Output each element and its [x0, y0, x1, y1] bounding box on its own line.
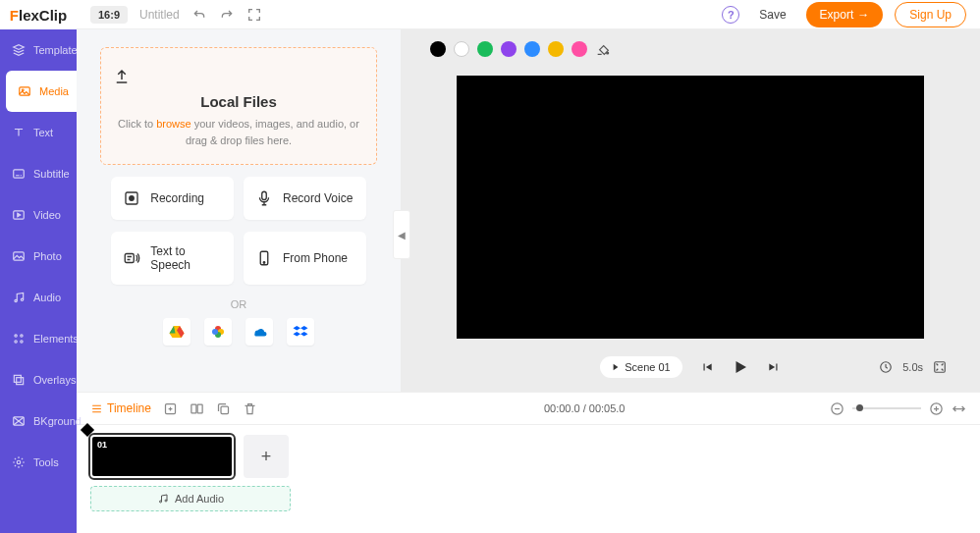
delete-icon[interactable] — [243, 401, 257, 416]
player-controls: Scene 01 5.0s — [430, 348, 951, 386]
or-label: OR — [231, 298, 247, 310]
bg-icon — [12, 414, 26, 428]
dropzone-hint: Click to browse your videos, images, and… — [113, 116, 364, 148]
media-panel: Local Files Click to browse your videos,… — [77, 29, 401, 392]
svg-point-35 — [165, 500, 167, 502]
sidebar-item-overlays[interactable]: Overlays — [0, 359, 77, 400]
next-scene-icon[interactable] — [767, 360, 781, 374]
record-icon — [123, 189, 140, 207]
svg-rect-18 — [126, 254, 135, 263]
timeline-tracks: 01 + Add Audio — [77, 425, 980, 533]
video-canvas[interactable] — [457, 76, 924, 339]
record-voice-tile[interactable]: Record Voice — [244, 177, 366, 220]
onedrive-icon[interactable] — [245, 318, 273, 346]
undo-icon[interactable] — [191, 7, 207, 23]
color-swatches — [430, 37, 951, 65]
music-note-icon — [157, 493, 169, 505]
expand-icon[interactable] — [933, 360, 947, 374]
sidebar-item-media[interactable]: Media — [6, 71, 77, 112]
color-swatch-black[interactable] — [430, 41, 446, 57]
add-scene-button[interactable]: + — [244, 435, 289, 478]
svg-point-6 — [21, 298, 23, 300]
svg-rect-4 — [14, 252, 25, 260]
image-icon — [18, 84, 31, 98]
dropbox-icon[interactable] — [287, 318, 314, 346]
timeline-tab[interactable]: Timeline — [90, 401, 151, 415]
paint-bucket-icon[interactable] — [595, 41, 611, 57]
color-swatch-blue[interactable] — [524, 41, 540, 57]
zoom-out-icon[interactable] — [830, 401, 844, 416]
project-title[interactable]: Untitled — [139, 8, 180, 22]
gdrive-icon[interactable] — [163, 318, 191, 346]
sidebar-item-tools[interactable]: Tools — [0, 442, 77, 483]
sidebar-item-video[interactable]: Video — [0, 194, 77, 236]
subtitle-icon — [12, 167, 26, 181]
color-swatch-green[interactable] — [477, 41, 493, 57]
tools-icon — [12, 455, 26, 469]
add-audio-button[interactable]: Add Audio — [90, 486, 291, 511]
redo-icon[interactable] — [219, 7, 235, 23]
from-phone-tile[interactable]: From Phone — [244, 232, 366, 285]
copy-icon[interactable] — [216, 401, 231, 416]
audio-icon — [12, 291, 26, 304]
svg-point-16 — [130, 196, 135, 201]
zoom-slider[interactable] — [852, 407, 921, 409]
video-icon — [12, 208, 26, 222]
recording-tile[interactable]: Recording — [111, 177, 234, 220]
duration-label: 5.0s — [902, 361, 923, 373]
svg-point-34 — [159, 501, 161, 503]
prev-scene-icon[interactable] — [700, 360, 714, 374]
svg-rect-11 — [14, 375, 21, 382]
svg-point-5 — [15, 299, 17, 301]
sidebar-item-audio[interactable]: Audio — [0, 277, 77, 318]
svg-point-8 — [21, 335, 23, 337]
sidebar-item-elements[interactable]: Elements — [0, 318, 77, 359]
clock-icon — [879, 360, 893, 374]
scene-button[interactable]: Scene 01 — [600, 356, 681, 378]
overlays-icon — [12, 373, 26, 387]
text-to-speech-tile[interactable]: Text to Speech — [111, 232, 234, 285]
svg-point-25 — [607, 52, 609, 54]
add-scene-icon[interactable] — [163, 401, 178, 416]
signup-button[interactable]: Sign Up — [895, 2, 966, 27]
sidebar-item-photo[interactable]: Photo — [0, 236, 77, 277]
color-swatch-yellow[interactable] — [548, 41, 564, 57]
sidebar-item-bkground[interactable]: BKground — [0, 400, 77, 442]
help-icon[interactable]: ? — [722, 6, 739, 24]
svg-point-20 — [263, 262, 265, 264]
fit-icon[interactable] — [952, 401, 966, 416]
color-swatch-purple[interactable] — [501, 41, 517, 57]
upload-icon — [113, 68, 364, 85]
svg-rect-29 — [191, 404, 196, 413]
timeline-toolbar: Timeline 00:00.0 / 00:05.0 — [77, 392, 980, 425]
sidebar-item-subtitle[interactable]: Subtitle — [0, 153, 77, 194]
sidebar: FlexClip TemplatesMediaTextSubtitleVideo… — [0, 0, 77, 533]
local-files-dropzone[interactable]: Local Files Click to browse your videos,… — [100, 47, 377, 165]
save-button[interactable]: Save — [751, 4, 793, 26]
export-button[interactable]: Export→ — [806, 2, 884, 27]
mic-icon — [255, 189, 273, 207]
zoom-in-icon[interactable] — [929, 401, 944, 416]
scene-clip[interactable]: 01 — [90, 435, 234, 478]
color-swatch-pink[interactable] — [572, 41, 587, 57]
sidebar-item-templates[interactable]: Templates — [0, 29, 77, 71]
svg-rect-2 — [14, 170, 25, 178]
svg-rect-17 — [262, 191, 267, 199]
arrow-right-icon: → — [857, 8, 869, 22]
split-icon[interactable] — [190, 401, 204, 416]
svg-point-14 — [17, 460, 21, 464]
elements-icon — [12, 332, 26, 346]
canvas-area: Scene 01 5.0s — [401, 29, 980, 392]
gphotos-icon[interactable] — [204, 318, 232, 346]
color-swatch-white[interactable] — [454, 41, 469, 57]
play-icon[interactable] — [732, 358, 749, 376]
svg-rect-30 — [197, 404, 202, 413]
aspect-ratio-badge[interactable]: 16:9 — [90, 6, 128, 24]
collapse-panel-button[interactable]: ◀ — [393, 210, 410, 259]
stack-icon — [12, 43, 26, 57]
sidebar-item-text[interactable]: Text — [0, 112, 77, 153]
svg-point-9 — [15, 341, 17, 343]
text-icon — [12, 126, 26, 139]
fullscreen-icon[interactable] — [246, 7, 262, 23]
logo[interactable]: FlexClip — [0, 0, 77, 29]
